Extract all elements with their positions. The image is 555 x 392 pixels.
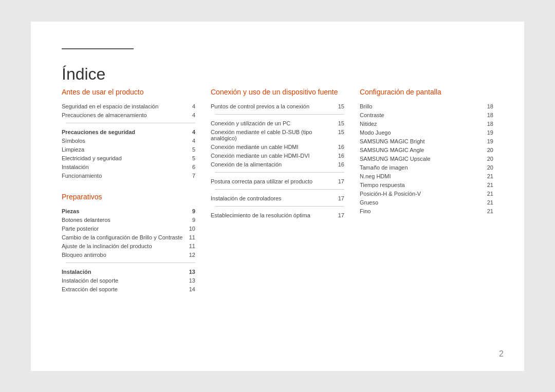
entry-label: Establecimiento de la resolución óptima [211,211,334,220]
entry-label: Botones delanteros [62,216,185,225]
entry-page: 18 [483,120,493,128]
section-config: Configuración de pantalla Brillo 18 Cont… [360,88,493,216]
section-antes: Antes de usar el producto Seguridad en e… [62,88,195,180]
entry-label: Limpieza [62,145,185,154]
entry-label: Contraste [360,111,483,120]
entry-page: 15 [334,128,344,143]
entry-page: 18 [483,111,493,120]
table-row: SAMSUNG MAGIC Upscale 20 [360,155,493,163]
entry-page: 18 [483,102,493,111]
entry-page: 21 [483,181,493,190]
section-title-preparativos: Preparativos [62,193,195,201]
table-row: Conexión y utilización de un PC 15 [211,119,344,128]
entry-page: 6 [185,163,195,172]
table-row: Seguridad en el espacio de instalación 4 [62,102,195,111]
entry-page: 20 [483,163,493,172]
entry-label: Cambio de la configuración de Brillo y C… [62,233,185,242]
table-row: SAMSUNG MAGIC Angle 20 [360,146,493,155]
entry-page: 15 [334,119,344,128]
table-row: Electricidad y seguridad 5 [62,154,195,163]
entry-page: 17 [334,211,344,220]
table-row: Funcionamiento 7 [62,172,195,180]
table-row: Símbolos 4 [62,137,195,145]
entry-page: 5 [185,154,195,163]
entry-label: Seguridad en el espacio de instalación [62,102,185,111]
entry-label: Puntos de control previos a la conexión [211,102,334,111]
table-row: Conexión mediante un cable HDMI-DVI 16 [211,152,344,160]
table-row: Cambio de la configuración de Brillo y C… [62,233,195,242]
table-row: Ajuste de la inclinación del producto 11 [62,242,195,251]
entry-page: 17 [334,194,344,203]
section-title-conexion: Conexión y uso de un dispositivo fuente [211,88,344,96]
entry-page: 17 [334,177,344,186]
table-row: Precauciones de seguridad 4 [62,128,195,137]
toc-config: Brillo 18 Contraste 18 Nitidez 18 Modo [360,102,493,216]
table-row: Contraste 18 [360,111,493,120]
entry-label: Piezas [62,207,185,216]
table-row: Tiempo respuesta 21 [360,181,493,190]
entry-label: Conexión de la alimentación [211,160,334,169]
section-preparativos: Preparativos Piezas 9 Botones delanteros… [62,193,195,294]
table-row: Instalación del soporte 13 [62,276,195,285]
entry-page: 13 [185,268,195,276]
section-title-antes: Antes de usar el producto [62,88,195,96]
section-conexion: Conexión y uso de un dispositivo fuente … [211,88,344,220]
table-row: Precauciones de almacenamiento 4 [62,111,195,120]
toc-antes: Seguridad en el espacio de instalación 4… [62,102,195,180]
entry-page: 20 [483,146,493,155]
entry-label: Bloqueo antirrobo [62,251,185,259]
entry-page: 21 [483,207,493,216]
title-underline [62,48,134,49]
table-row: Instalación 13 [62,268,195,276]
table-row: Piezas 9 [62,207,195,216]
entry-label: Posición-H & Posición-V [360,190,483,198]
page-number: 2 [499,349,504,359]
divider-row [211,111,344,119]
entry-page: 19 [483,128,493,137]
table-row: N.neg HDMI 21 [360,172,493,181]
toc-preparativos: Piezas 9 Botones delanteros 9 Parte post… [62,207,195,294]
table-row: Puntos de control previos a la conexión … [211,102,344,111]
entry-label: Tiempo respuesta [360,181,483,190]
table-row: Grueso 21 [360,198,493,207]
divider-row [62,259,195,268]
divider-row [62,120,195,128]
columns-container: Antes de usar el producto Seguridad en e… [62,88,493,306]
entry-label: SAMSUNG MAGIC Upscale [360,155,483,163]
entry-label: Instalación del soporte [62,276,185,285]
entry-label: Brillo [360,102,483,111]
entry-page: 19 [483,137,493,146]
entry-label: Precauciones de almacenamiento [62,111,185,120]
entry-page: 21 [483,190,493,198]
table-row: Conexión mediante el cable D-SUB (tipo a… [211,128,344,143]
entry-label: Postura correcta para utilizar el produc… [211,177,334,186]
entry-label: SAMSUNG MAGIC Angle [360,146,483,155]
toc-conexion: Puntos de control previos a la conexión … [211,102,344,220]
entry-page: 4 [185,111,195,120]
table-row: SAMSUNG MAGIC Bright 19 [360,137,493,146]
entry-page: 10 [185,225,195,233]
page: Índice Antes de usar el producto Segurid… [31,22,524,371]
table-row: Botones delanteros 9 [62,216,195,225]
table-row: Establecimiento de la resolución óptima … [211,211,344,220]
entry-label: Modo Juego [360,128,483,137]
entry-label: Instalación [62,163,185,172]
entry-page: 16 [334,143,344,152]
page-title: Índice [62,65,493,84]
table-row: Conexión de la alimentación 16 [211,160,344,169]
entry-page: 11 [185,242,195,251]
entry-label: Conexión mediante un cable HDMI-DVI [211,152,334,160]
table-row: Instalación 6 [62,163,195,172]
entry-page: 11 [185,233,195,242]
entry-label: Fino [360,207,483,216]
entry-page: 12 [185,251,195,259]
entry-label: Ajuste de la inclinación del producto [62,242,185,251]
entry-label: Conexión y utilización de un PC [211,119,334,128]
entry-page: 9 [185,216,195,225]
table-row: Limpieza 5 [62,145,195,154]
entry-label: Nitidez [360,120,483,128]
entry-label: Electricidad y seguridad [62,154,185,163]
table-row: Fino 21 [360,207,493,216]
entry-page: 4 [185,137,195,145]
entry-page: 20 [483,155,493,163]
